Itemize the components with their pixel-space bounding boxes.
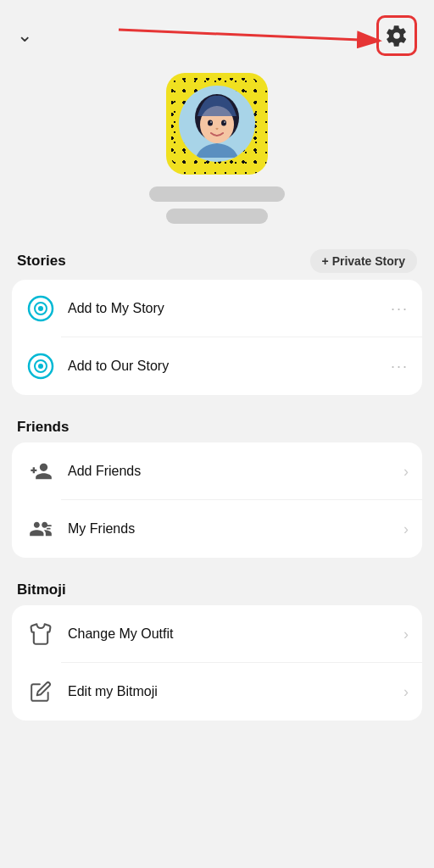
svg-point-4	[208, 120, 213, 126]
camera-icon-2	[27, 353, 54, 380]
svg-point-7	[224, 121, 225, 123]
bitmoji-section-title: Bitmoji	[0, 570, 434, 605]
svg-rect-14	[47, 525, 52, 526]
profile-section	[0, 64, 434, 237]
our-story-camera-icon	[25, 351, 56, 381]
shirt-svg	[29, 622, 53, 646]
chevron-down-icon[interactable]: ⌄	[17, 25, 32, 47]
top-bar: ⌄	[0, 0, 434, 64]
snapcode[interactable]	[166, 73, 268, 175]
my-friends-icon	[25, 514, 56, 544]
chevron-right-icon-4: ›	[403, 683, 409, 701]
svg-point-6	[210, 121, 212, 123]
friends-list-svg	[29, 517, 53, 541]
add-friend-svg	[29, 459, 53, 483]
change-outfit-label: Change My Outfit	[68, 626, 403, 642]
my-friends-label: My Friends	[68, 521, 403, 537]
add-friends-item[interactable]: Add Friends ›	[12, 442, 422, 500]
stories-header: Stories + Private Story	[0, 237, 434, 280]
change-outfit-item[interactable]: Change My Outfit ›	[12, 605, 422, 663]
bitmoji-card-group: Change My Outfit › Edit my Bitmoji ›	[12, 605, 422, 721]
edit-bitmoji-item[interactable]: Edit my Bitmoji ›	[12, 663, 422, 721]
svg-rect-15	[47, 528, 51, 530]
more-dots-icon-2[interactable]: ···	[391, 358, 409, 376]
chevron-right-icon-3: ›	[403, 626, 409, 643]
svg-point-13	[38, 364, 43, 369]
bitmoji-avatar	[179, 86, 255, 162]
story-camera-icon	[25, 293, 56, 324]
username-line-2	[166, 209, 268, 224]
camera-icon	[27, 295, 54, 322]
stories-card-group: Add to My Story ··· Add to Our Story ···	[12, 280, 422, 395]
add-to-my-story-label: Add to My Story	[68, 301, 391, 316]
friends-card-group: Add Friends › My Friends ›	[12, 442, 422, 558]
chevron-right-icon-2: ›	[403, 520, 409, 538]
pencil-svg	[30, 681, 52, 703]
more-dots-icon[interactable]: ···	[391, 300, 409, 318]
username-line-1	[149, 186, 285, 202]
my-friends-item[interactable]: My Friends ›	[12, 500, 422, 558]
chevron-right-icon: ›	[403, 463, 409, 481]
add-friends-label: Add Friends	[68, 464, 403, 479]
svg-point-10	[38, 306, 43, 311]
shirt-icon	[25, 619, 56, 649]
settings-button[interactable]	[376, 15, 417, 56]
friends-section-title: Friends	[0, 407, 434, 442]
stories-section-title: Stories	[17, 253, 66, 270]
add-to-our-story-item[interactable]: Add to Our Story ···	[12, 337, 422, 395]
add-to-our-story-label: Add to Our Story	[68, 359, 391, 374]
username-blurred	[149, 186, 285, 231]
svg-point-5	[221, 120, 226, 126]
add-friend-icon	[25, 456, 56, 487]
edit-bitmoji-label: Edit my Bitmoji	[68, 684, 403, 699]
pencil-icon	[25, 676, 56, 707]
gear-icon	[386, 25, 408, 47]
add-to-my-story-item[interactable]: Add to My Story ···	[12, 280, 422, 337]
private-story-button[interactable]: + Private Story	[310, 249, 417, 273]
